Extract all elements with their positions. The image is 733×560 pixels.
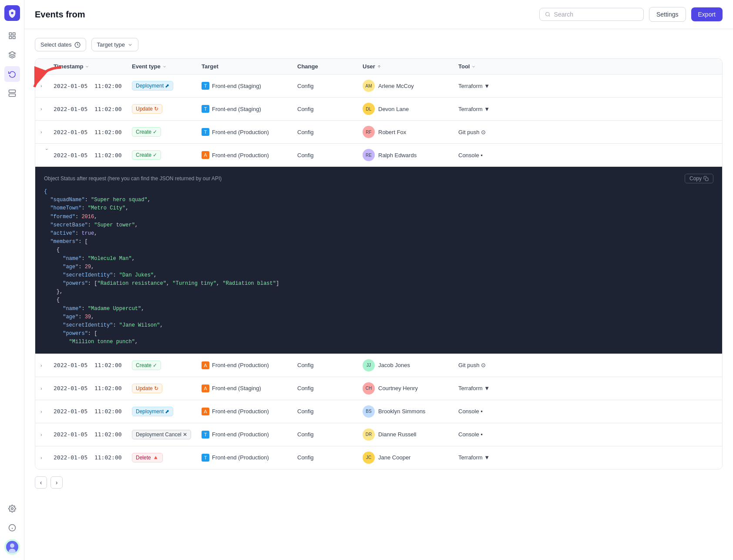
target-5: A Front-end (Production) [202,361,297,369]
sort-icon-3 [377,64,381,69]
table-row: › 2022-01-05 11:02:00 Deployment ⬈ A Fro… [35,400,722,423]
sort-icon-4 [471,64,476,69]
user-avatar-3: RF [363,126,375,138]
tool-1: Terraform ▼ [458,83,528,89]
target-icon-1: T [202,82,209,90]
user-avatar-9: JC [363,452,375,464]
sort-icon-2 [162,64,167,69]
timestamp-5: 2022-01-05 11:02:00 [54,362,132,368]
target-icon-6: A [202,385,209,392]
tool-8: Console ▪ [458,431,528,438]
change-8: Config [297,431,363,438]
user-4: RE Ralph Edwards [363,149,458,161]
target-7: A Front-end (Production) [202,408,297,415]
row-expand-8[interactable]: › [40,432,54,437]
table-row: › 2022-01-05 11:02:00 Deployment Cancel … [35,423,722,446]
settings-button[interactable]: Settings [649,7,686,22]
row-expand-9[interactable]: › [40,455,54,460]
target-9: T Front-end (Production) [202,454,297,462]
row-expand-2[interactable]: › [40,106,54,111]
sidebar-item-server[interactable] [4,85,20,101]
target-3: T Front-end (Production) [202,128,297,136]
copy-icon [703,176,709,181]
target-icon-3: T [202,128,209,136]
change-5: Config [297,362,363,368]
content-area: Select dates Target type Timestamp [24,29,733,560]
table-header: Timestamp Event type Target Change User … [35,59,722,74]
target-icon-7: A [202,408,209,415]
copy-button[interactable]: Copy [685,174,713,183]
col-event-type[interactable]: Event type [132,63,202,70]
change-7: Config [297,408,363,415]
events-table: Timestamp Event type Target Change User … [35,58,723,469]
svg-rect-3 [9,37,11,39]
target-2: T Front-end (Staging) [202,105,297,113]
target-icon-2: T [202,105,209,113]
target-type-button[interactable]: Target type [91,38,138,51]
col-user[interactable]: User [363,63,458,70]
timestamp-4: 2022-01-05 11:02:00 [54,152,132,159]
row-expand-6[interactable]: › [40,386,54,391]
col-timestamp[interactable]: Timestamp [54,63,132,70]
header: Events from Settings Export [24,0,733,29]
target-icon-8: T [202,431,209,439]
table-row: › 2022-01-05 11:02:00 Delete 🔺 T Front-e… [35,446,722,469]
target-icon-9: T [202,454,209,462]
col-target: Target [202,63,297,70]
next-page-button[interactable]: › [50,476,63,489]
settings-icon[interactable] [4,501,20,516]
sidebar-item-grid[interactable] [4,28,20,44]
select-dates-button[interactable]: Select dates [35,38,86,51]
timestamp-7: 2022-01-05 11:02:00 [54,408,132,415]
svg-point-0 [11,12,13,14]
info-icon[interactable] [4,520,20,536]
clock-icon [74,42,81,48]
timestamp-1: 2022-01-05 11:02:00 [54,83,132,89]
badge-2: Update ↻ [132,104,202,114]
timestamp-3: 2022-01-05 11:02:00 [54,129,132,135]
search-box[interactable] [539,8,644,21]
sidebar-item-history[interactable] [4,66,20,82]
row-expand-7[interactable]: › [40,409,54,414]
header-actions: Settings Export [539,7,723,22]
target-icon-4: A [202,151,209,159]
change-9: Config [297,454,363,461]
user-1: AM Arlene McCoy [363,80,458,92]
badge-7: Deployment ⬈ [132,407,202,416]
tool-6: Terraform ▼ [458,385,528,391]
badge-4: Create ✓ [132,150,202,160]
export-button[interactable]: Export [691,7,723,21]
badge-3: Create ✓ [132,127,202,137]
row-expand-1[interactable]: › [40,83,54,88]
badge-9: Delete 🔺 [132,453,202,462]
json-panel-header: Object Status after request (here you ca… [44,174,713,183]
svg-point-16 [546,12,549,16]
app-logo[interactable] [4,5,20,21]
search-input[interactable] [554,11,638,18]
sort-icon [85,64,89,69]
svg-rect-1 [9,33,11,35]
tool-9: Terraform ▼ [458,454,528,461]
table-row: › 2022-01-05 11:02:00 Deployment ⬈ T Fro… [35,74,722,98]
row-expand-3[interactable]: › [40,129,54,135]
change-2: Config [297,106,363,112]
user-avatar[interactable] [4,539,20,555]
sidebar-item-layers[interactable] [4,47,20,63]
user-3: RF Robert Fox [363,126,458,138]
search-icon [545,11,551,17]
svg-rect-2 [13,33,15,35]
col-tool[interactable]: Tool [458,63,528,70]
target-4: A Front-end (Production) [202,151,297,159]
pagination: ‹ › [35,469,723,490]
json-panel: Object Status after request (here you ca… [35,167,722,354]
user-6: CH Courtney Henry [363,382,458,395]
svg-rect-19 [706,178,709,181]
row-expand-5[interactable]: › [40,363,54,368]
table-row: › 2022-01-05 11:02:00 Create ✓ T Front-e… [35,121,722,144]
table-row: › 2022-01-05 11:02:00 Update ↻ T Front-e… [35,98,722,121]
user-avatar-7: BS [363,405,375,418]
timestamp-9: 2022-01-05 11:02:00 [54,454,132,461]
main-content: Events from Settings Export [24,0,733,560]
row-expand-4[interactable]: › [44,148,50,162]
prev-page-button[interactable]: ‹ [35,476,47,489]
